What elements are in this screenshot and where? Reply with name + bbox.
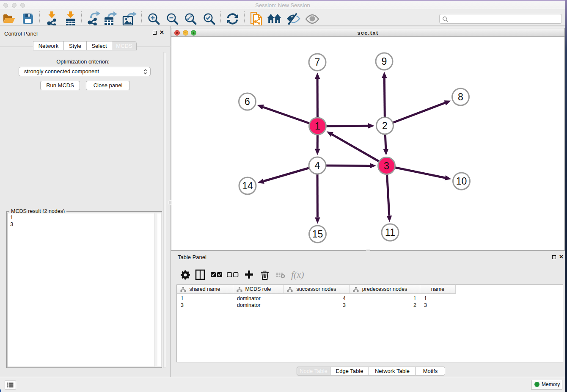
svg-text:3: 3 — [384, 160, 389, 171]
svg-text:15: 15 — [312, 229, 323, 240]
svg-text:f(x): f(x) — [291, 269, 304, 280]
svg-text:8: 8 — [458, 91, 463, 102]
svg-text:7: 7 — [315, 57, 320, 68]
svg-text:4: 4 — [315, 160, 320, 171]
svg-text:14: 14 — [242, 180, 253, 191]
svg-text:6: 6 — [245, 96, 250, 107]
svg-text:10: 10 — [456, 176, 467, 187]
svg-text:9: 9 — [382, 56, 387, 67]
svg-text:11: 11 — [385, 227, 395, 238]
svg-text:1: 1 — [315, 121, 320, 132]
svg-text:2: 2 — [382, 120, 388, 131]
